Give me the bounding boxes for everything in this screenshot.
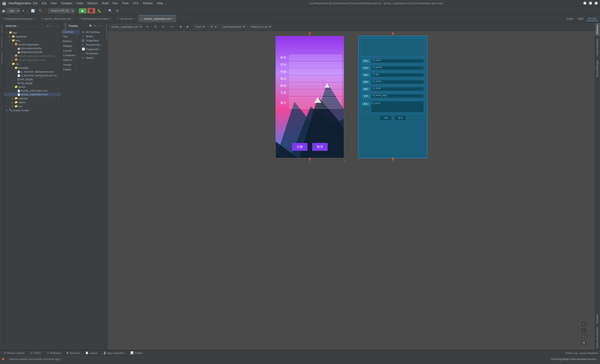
tab-close-3[interactable]: × — [134, 17, 135, 20]
event-log-link[interactable]: Event Log — [566, 352, 577, 355]
cancel-button[interactable]: 取消 — [312, 143, 328, 151]
bp-age-input[interactable]: et_age — [371, 73, 424, 77]
device-manager-tab[interactable]: Device Manager — [595, 58, 600, 79]
tree-item-package-test[interactable]: ▶ 📦 net.drf.registration (test) — [4, 58, 61, 62]
design-view-button[interactable]: Design — [587, 16, 598, 21]
layout-validation-tab[interactable]: Layout Validation — [595, 36, 600, 58]
maximize-button[interactable]: □ — [589, 1, 592, 5]
palette-cat-buttons[interactable]: Buttons — [61, 39, 80, 44]
bp-homepage-input[interactable]: et_home_page — [371, 94, 424, 98]
menu-code[interactable]: Code — [75, 1, 85, 5]
tree-item-gradle-scripts[interactable]: ▶ 🔧 Gradle Scripts — [4, 108, 61, 112]
settings-button[interactable]: ⚙ — [115, 9, 121, 13]
design-canvas[interactable]: 📍 — [108, 31, 595, 350]
stop-button[interactable]: ⬛ — [87, 8, 95, 13]
phone-input-visual[interactable] — [289, 76, 341, 82]
menu-edit[interactable]: Edit — [40, 1, 48, 5]
palette-search-icon[interactable]: 🔍 — [89, 24, 93, 28]
device-toggle[interactable]: ⟺ — [168, 24, 176, 29]
menu-tools[interactable]: Tools — [120, 1, 131, 5]
tree-close-icon[interactable]: — — [56, 24, 59, 28]
memo-textarea-visual[interactable] — [289, 97, 341, 109]
run-config-dropdown[interactable]: ▾ — [21, 9, 26, 13]
gender-input-visual[interactable] — [289, 62, 341, 67]
tree-item-java[interactable]: ▾ 📁 java — [4, 38, 61, 42]
tab-registration-activity[interactable]: J RegistrationActivity.java × — [0, 15, 38, 22]
pixel-selector[interactable]: Pixel — [194, 24, 206, 29]
tab-activity-information[interactable]: X activity_information.xml × — [38, 15, 77, 22]
bp-name-input[interactable]: et_name — [371, 59, 424, 63]
tab-close-1[interactable]: × — [72, 17, 74, 20]
palette-item-recyclerview[interactable]: ≡ RecyclerVie... — [80, 43, 104, 47]
tree-item-mipmap[interactable]: ▶ 📁 mipmap — [4, 96, 61, 100]
tree-item-info-bg[interactable]: 🖼 info_bg.jpg — [4, 77, 61, 81]
menu-run[interactable]: Run — [111, 1, 120, 5]
palette-item-imageview[interactable]: 🖼 ImageView — [80, 38, 104, 43]
build-variants-tab[interactable]: Build Variants — [0, 49, 3, 66]
arrow-left[interactable]: ◀ — [177, 24, 183, 29]
bottom-tab-problems[interactable]: ⚠ Problems — [44, 350, 64, 355]
palette-cat-google[interactable]: Google — [61, 62, 80, 67]
bp-register-button[interactable]: 注册 — [380, 115, 392, 121]
attributes-tab[interactable]: Attributes — [595, 22, 600, 36]
tree-item-activity-reg-xml[interactable]: 📄 activity_registration.xml — [4, 92, 61, 96]
tab-close-2[interactable]: × — [110, 17, 111, 20]
tree-item-drawable[interactable]: ▾ 📁 drawable — [4, 66, 61, 70]
fit-screen-button[interactable]: ⊞ — [581, 340, 587, 345]
palette-cat-helpers[interactable]: Helpers — [61, 58, 80, 62]
bookmarks-tab[interactable]: Bookmarks — [0, 35, 3, 49]
bottom-tab-version-control[interactable]: ⎇ Version Control — [0, 350, 28, 355]
register-button[interactable]: 注册 — [292, 143, 308, 151]
build-button[interactable]: 🔨 — [37, 9, 44, 13]
palette-cat-text[interactable]: Text — [61, 34, 80, 39]
bottom-tab-todo[interactable]: ☑ TODO — [28, 350, 44, 355]
age-input-visual[interactable] — [289, 69, 341, 74]
resize-handle-icon[interactable]: ↗ — [344, 160, 346, 163]
homepage-input-visual[interactable] — [289, 90, 341, 96]
arrow-right[interactable]: ▶ — [185, 24, 191, 29]
palette-minimize-icon[interactable]: — — [100, 24, 103, 28]
split-view-button[interactable]: Split — [576, 17, 584, 21]
palette-settings-icon[interactable]: ⚙ — [94, 24, 96, 28]
zoom-out-button[interactable]: - — [581, 328, 587, 334]
run-button[interactable]: ▶ — [79, 8, 86, 13]
minimize-button[interactable]: — — [583, 1, 587, 5]
menu-refactor[interactable]: Refactor — [85, 1, 100, 5]
tree-item-activity-info-xml[interactable]: 📄 activity_information.xml — [4, 89, 61, 92]
tree-item-ic-launcher-bg[interactable]: 📄 ic_launcher_background.xml — [4, 70, 61, 73]
tree-item-ic-launcher-fg[interactable]: 📄 ic_launcher_foreground.xml (v2 — [4, 73, 61, 77]
tab-close-0[interactable]: × — [34, 17, 35, 20]
tab-activity-registration[interactable]: X activity_registration.xml × — [138, 15, 177, 22]
profile-button[interactable]: 🐛 — [96, 9, 103, 13]
palette-item-textview[interactable]: Ab Ab TextView — [80, 30, 104, 34]
menu-navigate[interactable]: Navigate — [59, 1, 74, 5]
bp-email-input[interactable]: et_email — [371, 87, 424, 91]
bottom-tab-app-inspection[interactable]: 🔬 App Inspection — [100, 350, 128, 355]
tree-item-values[interactable]: ▶ 📁 values — [4, 100, 61, 104]
menu-view[interactable]: View — [49, 1, 59, 5]
locale-selector[interactable]: Default (en-us) — [249, 24, 272, 29]
palette-item-fragmentcontainer[interactable]: ⬜ FragmentC... — [80, 47, 104, 51]
menu-window[interactable]: Window — [141, 1, 155, 5]
bp-gender-input[interactable]: et_gender — [371, 66, 424, 70]
tree-collapse-icon[interactable]: ≡ — [50, 24, 52, 28]
palette-cat-common[interactable]: Common — [61, 29, 80, 34]
palette-item-button[interactable]: □ Button — [80, 34, 104, 38]
menu-help[interactable]: Help — [155, 1, 165, 5]
menu-file[interactable]: File — [31, 1, 39, 5]
palette-item-scrollview[interactable]: ↕ ScrollView — [80, 51, 104, 55]
name-input-visual[interactable] — [289, 55, 341, 60]
tree-item-package-main[interactable]: ▾ 📦 net.drf.registration — [4, 42, 61, 46]
tree-item-layout[interactable]: ▾ 📁 layout — [4, 85, 61, 89]
tree-settings-icon[interactable]: ⚙ — [47, 24, 49, 28]
layout-inspector-link[interactable]: Layout Inspector — [579, 352, 598, 355]
close-button[interactable]: × — [594, 1, 598, 5]
tree-item-xml[interactable]: ▶ 📁 xml — [4, 104, 61, 108]
tab-information-activity[interactable]: J InformationActivity.java × — [77, 15, 114, 22]
blueprint-toggle[interactable]: ⊞ — [152, 24, 159, 29]
zoom-level-display[interactable]: 1:1 — [581, 335, 588, 339]
palette-add-icon[interactable]: + — [97, 24, 99, 28]
xml-file-selector[interactable]: activity_registration.xml — [110, 24, 143, 29]
search-everywhere-button[interactable]: 🔍 — [107, 9, 114, 13]
email-input-visual[interactable] — [289, 83, 341, 89]
